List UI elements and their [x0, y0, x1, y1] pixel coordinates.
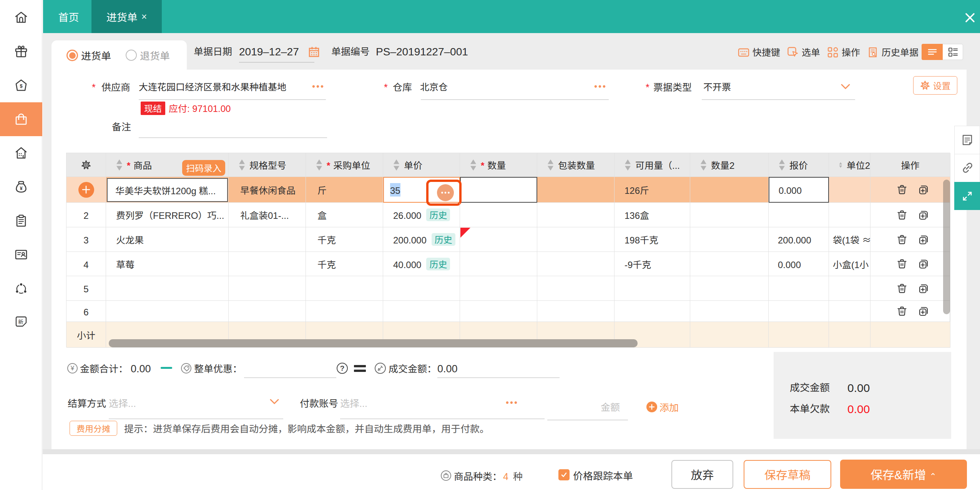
svg-text:¥: ¥	[20, 185, 23, 191]
svg-text:新: 新	[18, 318, 23, 325]
svg-text:$: $	[20, 83, 23, 89]
